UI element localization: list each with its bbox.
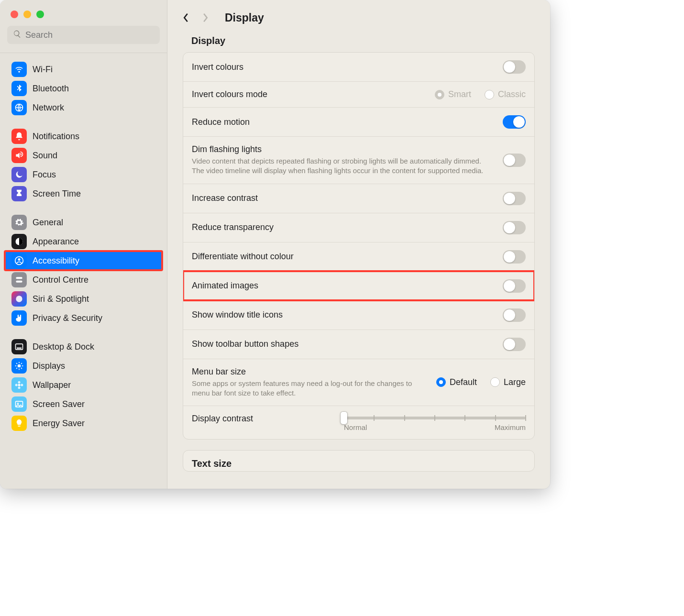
display-contrast-slider[interactable] <box>344 417 526 419</box>
sidebar-item-label: Desktop & Dock <box>33 342 94 352</box>
sidebar-item-label: Appearance <box>33 237 79 247</box>
row-menubar-size: Menu bar sizeSome apps or system feature… <box>183 359 534 406</box>
photo-icon <box>11 396 27 412</box>
sidebar-item-screen-time[interactable]: Screen Time <box>5 184 162 203</box>
back-button[interactable] <box>179 11 193 25</box>
row-increase-contrast: Increase contrast <box>183 184 534 213</box>
title-icons-toggle[interactable] <box>503 308 526 322</box>
window-controls <box>0 0 167 25</box>
svg-point-19 <box>18 381 21 384</box>
sidebar-item-label: Bluetooth <box>33 84 69 94</box>
hourglass-icon <box>11 186 27 201</box>
sidebar-item-screen-saver[interactable]: Screen Saver <box>5 395 162 414</box>
sidebar-item-notifications[interactable]: Notifications <box>5 127 162 146</box>
svg-rect-4 <box>16 277 22 279</box>
sidebar-item-label: Screen Time <box>33 189 81 199</box>
radio-default[interactable]: Default <box>436 377 477 387</box>
search-field[interactable] <box>7 26 160 44</box>
svg-point-21 <box>15 384 18 386</box>
wifi-icon <box>11 62 27 77</box>
increase-contrast-toggle[interactable] <box>503 192 526 205</box>
section-heading: Display <box>183 33 535 52</box>
radio-large[interactable]: Large <box>490 377 526 387</box>
menubar-size-radio-group: DefaultLarge <box>436 377 526 387</box>
row-title-icons: Show window title icons <box>183 300 534 330</box>
row-description: Video content that depicts repeated flas… <box>192 156 494 176</box>
sidebar-item-sound[interactable]: Sound <box>5 146 162 165</box>
minimize-window-button[interactable] <box>23 11 31 18</box>
diff-colour-toggle[interactable] <box>503 250 526 264</box>
row-label: Reduce transparency <box>192 222 494 232</box>
slider-max-label: Maximum <box>495 423 526 431</box>
text-size-heading: Text size <box>183 451 534 471</box>
row-label: Increase contrast <box>192 193 494 203</box>
close-window-button[interactable] <box>11 11 18 18</box>
sidebar-item-label: Accessibility <box>33 256 79 266</box>
sidebar-item-siri-spotlight[interactable]: Siri & Spotlight <box>5 289 162 308</box>
globe-icon <box>11 100 27 115</box>
reduce-motion-toggle[interactable] <box>503 115 526 129</box>
gear-icon <box>11 215 27 230</box>
sidebar-item-label: Energy Saver <box>33 418 85 429</box>
row-diff-colour: Differentiate without colour <box>183 242 534 271</box>
invert-toggle[interactable] <box>503 60 526 74</box>
sidebar-item-label: Network <box>33 103 64 113</box>
sidebar-item-wi-fi[interactable]: Wi-Fi <box>5 60 162 79</box>
search-input[interactable] <box>25 30 154 40</box>
row-dim-flashing: Dim flashing lightsVideo content that de… <box>183 136 534 184</box>
sidebar-item-network[interactable]: Network <box>5 98 162 117</box>
svg-rect-5 <box>16 281 22 283</box>
settings-window: Wi-FiBluetoothNetworkNotificationsSoundF… <box>0 0 550 489</box>
sidebar-item-appearance[interactable]: Appearance <box>5 232 162 251</box>
radio-label: Smart <box>448 89 471 99</box>
row-label: Invert colours mode <box>192 89 426 99</box>
row-label: Invert colours <box>192 62 494 72</box>
sidebar-item-control-centre[interactable]: Control Centre <box>5 270 162 289</box>
sidebar-item-wallpaper[interactable]: Wallpaper <box>5 375 162 395</box>
sidebar-item-focus[interactable]: Focus <box>5 165 162 184</box>
bluetooth-icon <box>11 81 27 96</box>
svg-point-9 <box>18 364 21 368</box>
sidebar-item-general[interactable]: General <box>5 213 162 232</box>
sun-icon <box>11 358 27 374</box>
radio-label: Classic <box>498 89 526 99</box>
sidebar-item-displays[interactable]: Displays <box>5 356 162 375</box>
siri-icon <box>11 291 27 307</box>
moon-icon <box>11 167 27 182</box>
radio-circle-icon <box>435 90 444 99</box>
svg-line-16 <box>21 363 22 364</box>
speaker-icon <box>11 148 27 163</box>
sidebar-item-label: Screen Saver <box>33 399 85 409</box>
search-icon <box>13 30 25 40</box>
sidebar-item-privacy-security[interactable]: Privacy & Security <box>5 308 162 328</box>
row-label: Differentiate without colour <box>192 252 494 262</box>
sidebar: Wi-FiBluetoothNetworkNotificationsSoundF… <box>0 0 167 489</box>
sidebar-item-bluetooth[interactable]: Bluetooth <box>5 79 162 98</box>
animated-toggle[interactable] <box>503 279 526 293</box>
sidebar-item-desktop-dock[interactable]: Desktop & Dock <box>5 337 162 356</box>
svg-point-3 <box>18 258 21 261</box>
radio-circle-icon <box>436 377 446 387</box>
bell-icon <box>11 129 27 144</box>
zoom-window-button[interactable] <box>36 11 44 18</box>
radio-smart: Smart <box>435 89 471 99</box>
sidebar-item-label: Wallpaper <box>33 380 71 390</box>
forward-button[interactable] <box>198 11 212 25</box>
sidebar-item-accessibility[interactable]: Accessibility <box>5 251 162 270</box>
sidebar-item-label: Focus <box>33 170 56 180</box>
text-size-panel: Text size <box>183 450 535 472</box>
row-label: Reduce motion <box>192 117 494 127</box>
dim-flashing-toggle[interactable] <box>503 154 526 167</box>
slider-thumb[interactable] <box>341 412 347 424</box>
row-label: Display contrast <box>192 414 335 424</box>
row-label: Dim flashing lights <box>192 144 494 154</box>
row-label: Show window title icons <box>192 310 494 320</box>
sidebar-item-energy-saver[interactable]: Energy Saver <box>5 414 162 433</box>
row-invert-mode: Invert colours modeSmartClassic <box>183 81 534 107</box>
reduce-transparency-toggle[interactable] <box>503 221 526 234</box>
svg-point-18 <box>18 384 21 386</box>
bulb-icon <box>11 416 27 431</box>
row-label: Menu bar size <box>192 367 428 377</box>
invert-mode-radio-group: SmartClassic <box>435 89 526 99</box>
toolbar-shapes-toggle[interactable] <box>503 338 526 351</box>
